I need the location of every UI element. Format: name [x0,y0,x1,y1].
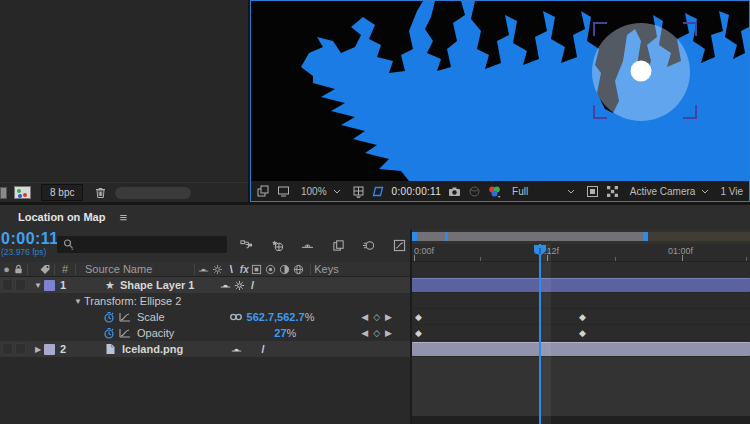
layer-label-color[interactable] [44,280,55,291]
stopwatch-icon[interactable] [103,327,115,339]
layer-name[interactable]: Iceland.png [122,343,183,355]
number-column-header[interactable]: # [58,263,72,275]
draft-3d-icon[interactable] [271,239,284,252]
view-dropdown[interactable]: Active Camera [626,184,714,199]
track-scale-property[interactable]: ◆ ◆ [412,309,750,325]
shy-toggle-icon[interactable] [220,280,231,291]
add-keyframe-button[interactable]: ◇ [373,328,380,338]
layer-expander[interactable]: ▼ [32,281,44,290]
work-area-bar[interactable] [412,232,648,241]
pixel-aspect-correction-icon[interactable] [606,185,619,198]
adjustment-layer-switch-icon [279,264,290,275]
source-name-column-header[interactable]: Source Name [85,263,152,275]
resolution-dropdown[interactable]: Full [508,184,579,199]
work-area-row [412,229,750,244]
collapse-toggle-icon[interactable] [234,280,245,291]
property-row-scale[interactable]: Scale 562.7,562.7% ◀ ◇ ▶ [0,309,410,325]
keyframe-diamond[interactable]: ◆ [579,328,586,338]
timeline-bottom-strip [412,416,750,424]
frame-blending-icon[interactable] [332,239,345,252]
composition-canvas[interactable] [251,1,749,181]
tab-location-on-map[interactable]: Location on Map [18,211,105,223]
time-ruler[interactable]: 0:00f 00:12f 01:00f [412,244,750,262]
region-of-interest-icon[interactable] [372,185,385,198]
bit-depth-button[interactable]: 8 bpc [41,184,83,201]
shy-toggle-icon[interactable] [231,344,242,355]
layer-row-shape-layer-1[interactable]: ▼ 1 ★ Shape Layer 1 / [0,277,410,293]
composition-marker[interactable] [445,232,448,241]
stopwatch-icon[interactable] [103,311,115,323]
next-keyframe-button[interactable]: ▶ [385,312,392,322]
graph-toggle-icon[interactable] [119,327,131,339]
composite-preview-icon[interactable] [257,185,270,198]
constrain-link-icon[interactable] [229,312,243,322]
work-area-end-handle[interactable] [643,232,648,241]
channel-dropdown[interactable] [488,185,501,198]
next-keyframe-button[interactable]: ▶ [385,328,392,338]
viewer-timecode[interactable]: 0:00:00:11 [392,186,442,197]
mini-flowchart-icon[interactable] [240,239,253,252]
show-snapshot-icon[interactable] [468,185,481,198]
group-expander[interactable]: ▼ [72,297,84,306]
work-area-start-handle[interactable] [412,232,417,241]
chevron-down-icon [567,189,575,194]
label-column-icon[interactable] [39,263,51,275]
view-layout-dropdown[interactable]: 1 Vie [720,186,743,197]
choose-grid-guides-icon[interactable] [352,185,365,198]
track-shape-layer-1[interactable] [412,277,750,293]
opacity-label[interactable]: Opacity [137,327,174,339]
panel-menu-icon[interactable]: ≡ [119,210,127,225]
timeline-controls: 0:00:11 (23.976 fps) [0,229,410,262]
keyframe-diamond[interactable]: ◆ [579,312,586,322]
current-time-indicator-line[interactable] [539,244,541,424]
video-toggle[interactable] [2,343,13,355]
project-flowchart-icon[interactable] [14,186,31,199]
video-toggle[interactable] [2,279,13,291]
quality-toggle[interactable]: / [256,343,270,355]
scale-label[interactable]: Scale [137,311,165,323]
trash-icon[interactable] [94,186,107,199]
graph-toggle-icon[interactable] [119,311,131,323]
keyframe-diamond[interactable]: ◆ [415,328,422,338]
add-keyframe-button[interactable]: ◇ [373,312,380,322]
layer-duration-bar[interactable] [412,278,750,292]
motion-blur-icon[interactable] [362,239,375,252]
scale-value[interactable]: 562.7,562.7 [247,311,305,323]
chevron-down-icon [333,189,341,194]
project-search-pill[interactable] [115,187,191,199]
layer-row-iceland-png[interactable]: ▶ 2 Iceland.png / [0,341,410,357]
shy-layers-icon[interactable] [301,239,314,252]
project-panel: 8 bpc [0,0,248,202]
transform-group-label[interactable]: Transform: Ellipse 2 [84,295,181,307]
lock-toggle[interactable] [15,343,26,355]
lock-column-icon[interactable] [13,264,24,275]
keys-column-header[interactable]: Keys [314,263,338,275]
layer-label-color[interactable] [44,344,55,355]
resolution-value: Full [512,186,528,197]
quality-toggle[interactable]: / [245,279,259,291]
snapshot-camera-icon[interactable] [448,185,461,198]
track-iceland-png[interactable] [412,341,750,357]
keyframe-diamond[interactable]: ◆ [415,312,422,322]
track-opacity-property[interactable]: ◆ ◆ [412,325,750,341]
opacity-value[interactable]: 27 [274,327,286,339]
property-row-opacity[interactable]: Opacity 27% ◀ ◇ ▶ [0,325,410,341]
prev-keyframe-button[interactable]: ◀ [361,312,368,322]
lock-toggle[interactable] [15,279,26,291]
camera-value: Active Camera [630,186,696,197]
magnification-dropdown[interactable]: 100% [297,184,345,199]
transparency-grid-icon[interactable] [586,185,599,198]
graph-editor-icon[interactable] [393,239,406,252]
monitor-icon[interactable] [277,185,290,198]
current-time-indicator-head[interactable] [533,244,547,257]
current-time-display[interactable]: 0:00:11 [1,230,59,248]
timeline-panel: Location on Map ≡ 0:00:11 (23.976 fps) ● [0,205,750,424]
layer-name[interactable]: Shape Layer 1 [120,279,195,291]
prev-keyframe-button[interactable]: ◀ [361,328,368,338]
property-group-transform[interactable]: ▼ Transform: Ellipse 2 [0,293,410,309]
timeline-tab-bar: Location on Map ≡ [0,205,750,229]
layer-duration-bar[interactable] [412,342,750,356]
video-column-icon[interactable]: ● [0,263,13,275]
layer-expander[interactable]: ▶ [32,345,44,354]
timeline-search-input[interactable] [57,236,227,253]
